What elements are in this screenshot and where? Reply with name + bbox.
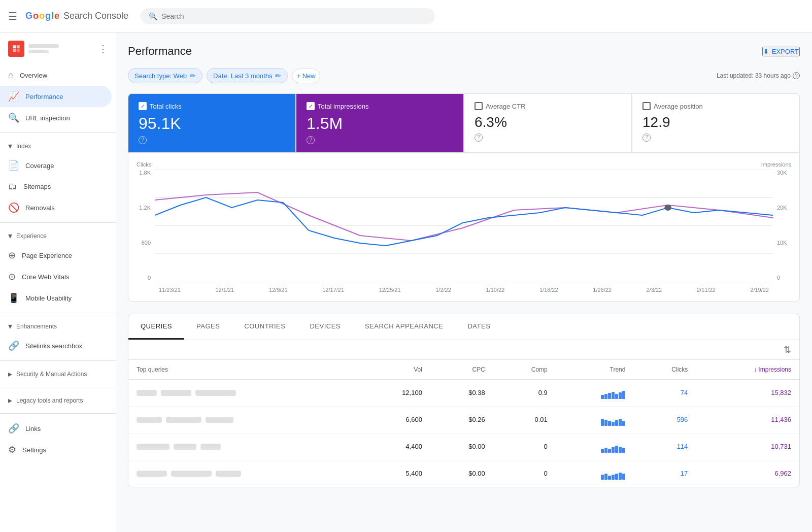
position-help-icon[interactable]: ?: [642, 134, 651, 142]
last-updated: Last updated: 33 hours ago ?: [717, 72, 800, 79]
clicks-label: Total clicks: [150, 103, 182, 110]
sidebar: ⋮ ⌂ Overview 📈 Performance 🔍 URL inspect…: [0, 32, 116, 532]
clicks-checkbox[interactable]: [139, 102, 147, 110]
table-filter-icon[interactable]: ⇅: [784, 344, 791, 355]
search-bar[interactable]: 🔍: [141, 8, 435, 24]
sidebar-item-page-experience[interactable]: ⊕ Page Experience: [0, 245, 112, 266]
impressions-help-icon[interactable]: ?: [307, 136, 315, 144]
sidebar-section-index[interactable]: ▾ Index: [0, 137, 116, 155]
sidebar-section-legacy[interactable]: ▸ Legacy tools and reports: [0, 391, 116, 409]
x-label-7: 1/18/22: [539, 287, 558, 293]
ctr-help-icon[interactable]: ?: [475, 134, 483, 142]
x-axis-labels: 11/23/21 12/1/21 12/9/21 12/17/21 12/25/…: [137, 287, 791, 293]
sidebar-section-security[interactable]: ▸ Security & Manual Actions: [0, 365, 116, 383]
sidebar-label-coverage: Coverage: [25, 162, 54, 170]
x-label-10: 2/11/22: [697, 287, 716, 293]
tab-pages[interactable]: PAGES: [184, 314, 232, 340]
chart-icon: 📈: [8, 91, 19, 102]
chevron-down-icon-exp: ▾: [8, 231, 12, 241]
sidebar-item-sitelinks[interactable]: 🔗 Sitelinks searchbox: [0, 335, 112, 356]
clicks-help-icon[interactable]: ?: [139, 136, 147, 144]
col-impressions[interactable]: ↓ Impressions: [696, 360, 799, 380]
links-icon: 🔗: [8, 423, 19, 434]
home-icon: ⌂: [8, 70, 14, 81]
ctr-checkbox[interactable]: [475, 102, 483, 110]
search-input[interactable]: [161, 12, 427, 20]
app-logo: Google Google Search Console Search Cons…: [25, 11, 128, 21]
legacy-section-label: Legacy tools and reports: [16, 397, 83, 404]
tabs-container: QUERIES PAGES COUNTRIES DEVICES SEARCH A…: [128, 314, 800, 340]
x-label-4: 12/25/21: [379, 287, 401, 293]
chevron-down-icon-enh: ▾: [8, 321, 12, 331]
position-value: 12.9: [642, 114, 789, 130]
y-mid2-left: 600: [142, 240, 151, 246]
sidebar-item-removals[interactable]: 🚫 Removals: [0, 197, 112, 218]
sidebar-section-experience[interactable]: ▾ Experience: [0, 227, 116, 245]
menu-icon[interactable]: ☰: [8, 10, 17, 22]
cpc-cell: $0.00: [430, 433, 493, 460]
trend-cell: [556, 379, 634, 406]
y-zero-left: 0: [148, 275, 151, 281]
tab-queries[interactable]: QUERIES: [128, 314, 184, 340]
sidebar-item-mobile-usability[interactable]: 📱 Mobile Usability: [0, 287, 112, 309]
sidebar-item-links[interactable]: 🔗 Links: [0, 418, 112, 439]
data-section: QUERIES PAGES COUNTRIES DEVICES SEARCH A…: [128, 314, 800, 487]
sidebar-item-settings[interactable]: ⚙ Settings: [0, 439, 112, 460]
sidebar-label-links: Links: [25, 425, 41, 433]
table-row[interactable]: 6,600$0.260.0159611,436: [128, 406, 799, 433]
svg-point-9: [664, 205, 671, 211]
security-section-label: Security & Manual Actions: [16, 371, 87, 378]
sidebar-label-overview: Overview: [20, 72, 47, 79]
table-row[interactable]: 5,400$0.000176,962: [128, 460, 799, 487]
x-label-5: 1/2/22: [435, 287, 451, 293]
export-button[interactable]: ⬇ EXPORT: [762, 47, 800, 56]
tab-search-appearance[interactable]: SEARCH APPEARANCE: [353, 314, 455, 340]
sidebar-label-cwv: Core Web Vitals: [22, 273, 69, 281]
impressions-checkbox[interactable]: [307, 102, 315, 110]
chart-svg: [155, 170, 773, 281]
cwv-icon: ⊙: [8, 271, 16, 282]
sidebar-section-enhancements[interactable]: ▾ Enhancements: [0, 317, 116, 335]
experience-section-label: Experience: [16, 232, 47, 240]
tab-devices[interactable]: DEVICES: [297, 314, 353, 340]
x-label-8: 1/26/22: [593, 287, 612, 293]
metric-card-ctr[interactable]: Average CTR 6.3% ?: [464, 93, 632, 153]
metric-card-impressions[interactable]: Total impressions 1.5M ?: [296, 93, 464, 153]
metric-card-clicks[interactable]: Total clicks 95.1K ?: [128, 93, 296, 153]
y-zero-right: 0: [777, 275, 780, 281]
search-url-icon: 🔍: [8, 112, 19, 123]
tab-dates[interactable]: DATES: [455, 314, 502, 340]
sidebar-item-coverage[interactable]: 📄 Coverage: [0, 155, 112, 176]
sidebar-label-url: URL inspection: [25, 114, 70, 122]
sidebar-item-url-inspection[interactable]: 🔍 URL inspection: [0, 107, 112, 128]
sidebar-label-sitemaps: Sitemaps: [23, 183, 51, 190]
svg-rect-2: [17, 45, 20, 48]
filters-bar: Search type: Web ✏ Date: Last 3 months ✏…: [128, 68, 800, 83]
property-menu-icon[interactable]: ⋮: [98, 43, 108, 54]
sidebar-item-sitemaps[interactable]: 🗂 Sitemaps: [0, 176, 112, 197]
x-label-1: 12/1/21: [216, 287, 234, 293]
performance-section: Total clicks 95.1K ? Total impressions 1…: [128, 93, 800, 302]
sidebar-item-core-web-vitals[interactable]: ⊙ Core Web Vitals: [0, 266, 112, 287]
cpc-cell: $0.38: [430, 379, 493, 406]
sidebar-item-performance[interactable]: 📈 Performance: [0, 86, 112, 107]
tab-countries[interactable]: COUNTRIES: [232, 314, 297, 340]
search-type-filter[interactable]: Search type: Web ✏: [128, 68, 202, 83]
new-filter-button[interactable]: + New: [292, 69, 320, 83]
comp-cell: 0: [493, 460, 556, 487]
property-selector[interactable]: ⋮: [0, 37, 116, 61]
table-row[interactable]: 4,400$0.00011410,731: [128, 433, 799, 460]
vol-cell: 5,400: [360, 460, 430, 487]
date-filter[interactable]: Date: Last 3 months ✏: [207, 68, 288, 83]
table-row[interactable]: 12,100$0.380.97415,832: [128, 379, 799, 406]
sidebar-label-performance: Performance: [25, 93, 63, 101]
position-checkbox[interactable]: [642, 102, 651, 110]
removals-icon: 🚫: [8, 202, 19, 213]
sidebar-item-overview[interactable]: ⌂ Overview: [0, 65, 112, 86]
search-icon: 🔍: [149, 12, 157, 20]
sidebar-label-removals: Removals: [25, 204, 55, 212]
metric-card-position[interactable]: Average position 12.9 ?: [632, 93, 800, 153]
property-icon: [8, 41, 24, 57]
col-trend: Trend: [556, 360, 634, 380]
ctr-value: 6.3%: [475, 114, 621, 130]
